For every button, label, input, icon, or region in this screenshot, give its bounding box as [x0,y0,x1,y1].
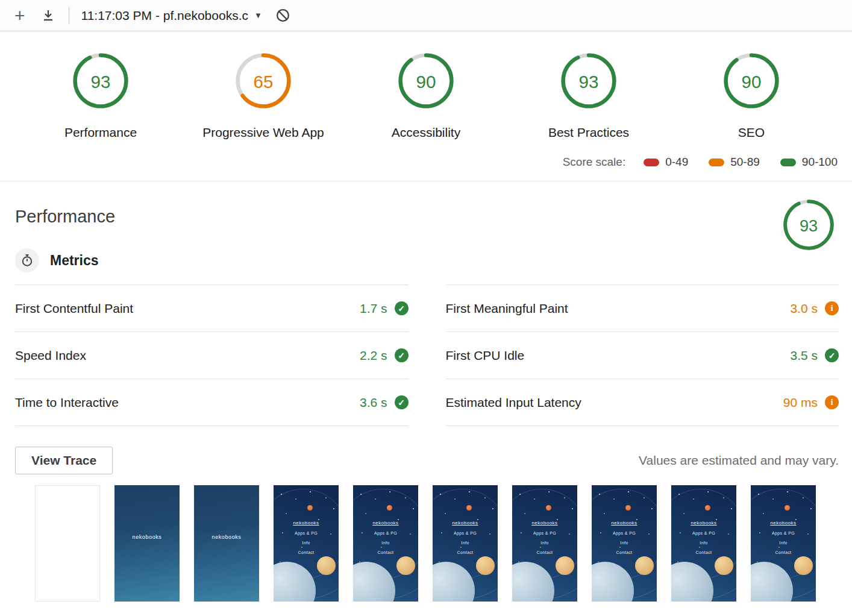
pass-check-icon: ✓ [395,301,409,315]
gauge-holder: 90 [670,52,833,112]
filmstrip-frame: nekobooks Apps & PGInfoContact [274,485,339,602]
metric-value-wrap: 3.0 s i [790,301,839,316]
metric-name: First CPU Idle [446,348,525,363]
category-score[interactable]: 93 Best Practices [507,52,670,140]
metric-row: First Contentful Paint 1.7 s ✓ [15,284,409,332]
category-score[interactable]: 90 Accessibility [345,52,507,140]
thumbnail-comet [307,505,313,511]
gauge-holder: 65 [182,52,345,112]
thumbnail-stars [513,489,515,490]
thumbnail-planet-small [794,556,813,575]
thumbnail-menu: nekobooks Apps & PGInfoContact [353,520,418,555]
view-trace-button[interactable]: View Trace [15,447,113,474]
thumbnail-menu-item: Info [512,541,577,545]
thumbnail-stars [672,489,674,490]
thumbnail-planet-small [317,556,336,575]
thumbnail-menu: nekobooks Apps & PGInfoContact [512,520,577,555]
performance-score-gauge: 93 [782,198,835,254]
svg-text:93: 93 [800,216,818,235]
score-range: 50-89 [709,156,760,169]
category-score[interactable]: 93 Performance [19,52,182,140]
metric-name: First Contentful Paint [15,301,133,316]
report-selector-dropdown[interactable]: 11:17:03 PM - pf.nekobooks.c ▼ [81,8,262,23]
thumbnail-menu-item: Apps & PG [274,531,339,535]
metric-value-wrap: 3.6 s ✓ [360,395,409,410]
thumbnail-menu: nekobooks Apps & PGInfoContact [274,520,339,555]
thumbnail-menu-item: Info [592,541,657,545]
metric-value: 2.2 s [360,348,387,363]
thumbnail-menu: nekobooks Apps & PGInfoContact [751,520,816,555]
filmstrip: nekobooksnekobooks nekobooks Apps & PGIn… [35,485,839,602]
metric-name: First Meaningful Paint [446,301,568,316]
metrics-col-right: First Meaningful Paint 3.0 s i First CPU… [446,284,839,426]
thumbnail-comet [785,505,790,511]
download-report-button[interactable] [40,7,57,24]
thumbnail-comet [625,505,631,511]
filmstrip-frame: nekobooks Apps & PGInfoContact [592,485,657,602]
filmstrip-frame: nekobooks Apps & PGInfoContact [353,485,418,602]
score-summary: 93 Performance 65 Progressive Web App 90… [19,52,833,140]
metric-value: 3.6 s [360,395,387,410]
svg-text:90: 90 [742,72,762,92]
category-label: Progressive Web App [182,125,345,140]
metric-name: Speed Index [15,348,86,363]
metrics-header: Metrics [15,248,839,272]
metric-value: 3.0 s [790,301,818,316]
range-label: 50-89 [730,156,760,169]
thumbnail-planet-small [396,556,415,575]
gauge-holder: 93 [19,52,182,112]
thumbnail-stars [434,489,435,490]
new-audit-button[interactable]: + [12,7,28,25]
gauge-holder: 90 [345,52,507,112]
svg-text:93: 93 [91,72,111,92]
range-label: 0-49 [665,156,688,169]
thumbnail-comet [705,505,710,511]
filmstrip-frame: nekobooks [114,485,180,602]
range-label: 90-100 [802,156,838,169]
thumbnail-planet-small [556,556,574,575]
trace-row: View Trace Values are estimated and may … [15,447,839,474]
block-icon [275,8,290,23]
score-gauge: 90 [722,52,780,110]
filmstrip-frame: nekobooks Apps & PGInfoContact [512,485,577,602]
metric-row: First CPU Idle 3.5 s ✓ [446,332,839,379]
range-color-pill [780,159,796,166]
score-gauge: 93 [782,198,835,251]
audits-toolbar: + 11:17:03 PM - pf.nekobooks.c ▼ [0,0,852,31]
category-score[interactable]: 65 Progressive Web App [182,52,345,140]
filmstrip-frame: nekobooks Apps & PGInfoContact [433,485,498,602]
performance-section: Performance 93 Metrics First Contentful … [0,181,852,602]
thumbnail-menu: nekobooks Apps & PGInfoContact [592,520,657,555]
thumbnail-stars [593,489,594,490]
score-scale-label: Score scale: [563,156,626,169]
category-label: Performance [19,125,182,140]
category-label: SEO [670,125,833,140]
thumbnail-logo: nekobooks [274,520,339,526]
score-gauge: 93 [560,52,618,110]
thumbnail-menu-item: Info [751,541,816,545]
thumbnail-stars [354,489,356,490]
clear-reports-button[interactable] [274,7,292,24]
metrics-title: Metrics [50,253,99,269]
metric-row: Time to Interactive 3.6 s ✓ [15,379,409,426]
thumbnail-logo: nekobooks [671,520,736,526]
category-label: Best Practices [507,125,670,140]
scores-section: 93 Performance 65 Progressive Web App 90… [0,31,852,181]
svg-text:93: 93 [579,72,599,92]
thumbnail-logo: nekobooks [512,520,577,526]
score-gauge: 90 [397,52,455,110]
thumbnail-logo: nekobooks [433,520,498,526]
score-scale: Score scale: 0-49 50-89 90-100 [0,140,852,181]
thumbnail-comet [466,505,472,511]
thumbnail-menu-item: Apps & PG [353,531,418,535]
thumbnail-logo: nekobooks [353,520,418,526]
metrics-grid: First Contentful Paint 1.7 s ✓ Speed Ind… [15,284,839,426]
thumbnail-stars [275,489,276,490]
thumbnail-planet-small [635,556,654,575]
metric-row: Speed Index 2.2 s ✓ [15,332,409,379]
metric-value: 3.5 s [790,348,818,363]
info-icon: i [825,395,839,409]
thumbnail-menu-item: Contact [433,550,498,555]
category-score[interactable]: 90 SEO [670,52,833,140]
metric-name: Time to Interactive [15,395,119,410]
